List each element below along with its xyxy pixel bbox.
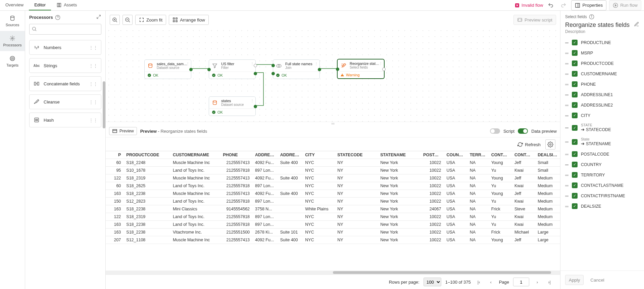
tab-editor[interactable]: Editor bbox=[29, 0, 51, 10]
field-row[interactable]: ═ ✓ CUSTOMERNAME bbox=[560, 69, 644, 79]
last-page-button[interactable]: ›| bbox=[545, 278, 553, 286]
properties-button[interactable]: Properties bbox=[571, 0, 606, 10]
drag-handle-icon[interactable]: ═ bbox=[565, 183, 568, 188]
drag-handle-icon[interactable]: ═ bbox=[565, 172, 568, 178]
flow-node[interactable]: Reorganize states f... Select fields War… bbox=[337, 59, 384, 79]
preview-chip[interactable]: Preview bbox=[109, 127, 137, 135]
drag-handle-icon[interactable]: ═ bbox=[565, 193, 568, 199]
field-checkbox[interactable]: ✓ bbox=[572, 162, 578, 167]
arrange-flow-button[interactable]: Arrange flow bbox=[169, 15, 209, 25]
info-icon[interactable] bbox=[589, 14, 594, 19]
drag-handle-icon[interactable]: ⋮⋮ bbox=[89, 63, 98, 68]
table-row[interactable]: 163S18_2238Muscle Machine Inc21255574134… bbox=[106, 190, 560, 198]
field-row[interactable]: ═ ✓ PHONE bbox=[560, 79, 644, 89]
redo-button[interactable] bbox=[558, 0, 568, 10]
field-checkbox[interactable]: ✓ bbox=[572, 203, 578, 209]
drag-handle-icon[interactable]: ═ bbox=[565, 162, 568, 167]
field-checkbox[interactable]: ✓ bbox=[572, 102, 578, 108]
field-checkbox[interactable]: ✓ bbox=[572, 139, 578, 145]
field-checkbox[interactable]: ✓ bbox=[572, 50, 578, 56]
column-header[interactable]: CUSTOMERNAME bbox=[170, 151, 220, 159]
column-header[interactable]: STATENAME bbox=[378, 151, 420, 159]
field-row[interactable]: ═ ✓ PRODUCTCODE bbox=[560, 58, 644, 69]
flow-canvas[interactable]: sales_data_sample Dataset source OK ⋮ US… bbox=[106, 28, 560, 122]
column-header[interactable]: CONTACTF bbox=[512, 151, 535, 159]
table-row[interactable]: 207S12_1108Muscle Machine Inc21255574134… bbox=[106, 236, 560, 244]
column-header[interactable]: PHONE bbox=[220, 151, 252, 159]
help-icon[interactable] bbox=[55, 15, 60, 20]
table-row[interactable]: 163S18_2238Mini Classics91455545623758 N… bbox=[106, 205, 560, 213]
field-checkbox[interactable]: ✓ bbox=[572, 193, 578, 199]
refresh-button[interactable]: Refresh bbox=[516, 139, 542, 150]
processor-item[interactable]: 123 Numbers ⋮⋮ bbox=[29, 40, 101, 55]
field-checkbox[interactable]: ✓ bbox=[572, 81, 578, 87]
column-header[interactable]: CONTACTL bbox=[489, 151, 512, 159]
tab-assets[interactable]: Assets bbox=[51, 0, 82, 10]
field-checkbox[interactable]: ✓ bbox=[572, 172, 578, 178]
node-menu-icon[interactable]: ⋮ bbox=[250, 99, 254, 103]
drag-handle-icon[interactable]: ═ bbox=[565, 71, 568, 77]
horizontal-scrollbar[interactable] bbox=[106, 271, 560, 275]
drag-handle-icon[interactable]: ═ bbox=[565, 152, 568, 157]
processor-search-input[interactable] bbox=[29, 24, 101, 35]
flow-node[interactable]: sales_data_sample Dataset source OK ⋮ bbox=[144, 59, 191, 79]
page-input[interactable] bbox=[513, 278, 529, 286]
field-row[interactable]: ═ ✓ STATE ➔ STATECODE bbox=[560, 121, 644, 135]
zoom-fit-button[interactable]: Zoom fit bbox=[135, 15, 166, 25]
table-row[interactable]: 163S18_2238Vitachrome Inc.21255515002678… bbox=[106, 229, 560, 236]
next-page-button[interactable]: › bbox=[533, 278, 541, 286]
field-row[interactable]: ═ ✓ CITY bbox=[560, 110, 644, 121]
table-row[interactable]: 122S18_2319Land of Toys Inc.212555781889… bbox=[106, 213, 560, 221]
tab-overview[interactable]: Overview bbox=[0, 0, 29, 10]
table-settings-button[interactable] bbox=[545, 139, 555, 150]
processor-item[interactable]: Cleanse ⋮⋮ bbox=[29, 94, 101, 109]
zoom-out-button[interactable] bbox=[122, 15, 133, 25]
column-header[interactable]: STATECODE bbox=[335, 151, 378, 159]
first-page-button[interactable]: |‹ bbox=[475, 278, 483, 286]
drag-handle-icon[interactable]: ═ bbox=[565, 92, 568, 97]
field-row[interactable]: ═ ✓ MSRP bbox=[560, 48, 644, 58]
processor-item[interactable]: Hash ⋮⋮ bbox=[29, 113, 101, 127]
prev-page-button[interactable]: ‹ bbox=[487, 278, 495, 286]
field-checkbox[interactable]: ✓ bbox=[572, 113, 578, 118]
column-header[interactable]: ADDRESSL bbox=[252, 151, 278, 159]
field-checkbox[interactable]: ✓ bbox=[572, 125, 578, 131]
column-header[interactable]: P bbox=[106, 151, 123, 159]
column-header[interactable]: DEALSIZE bbox=[535, 151, 560, 159]
drag-handle-icon[interactable]: ⋮⋮ bbox=[89, 81, 98, 86]
field-row[interactable]: ═ ✓ ADDRESSLINE2 bbox=[560, 100, 644, 110]
drag-handle-icon[interactable]: ⋮⋮ bbox=[89, 45, 98, 50]
drag-handle-icon[interactable]: ═ bbox=[565, 61, 568, 66]
zoom-in-button[interactable] bbox=[110, 15, 120, 25]
column-header[interactable]: POSTALCO bbox=[420, 151, 444, 159]
flow-node[interactable]: Full state names Join OK ⋮ bbox=[273, 59, 320, 79]
table-row[interactable]: 60S18_2625Land of Toys Inc.2125557818897… bbox=[106, 182, 560, 190]
script-toggle[interactable] bbox=[490, 128, 500, 134]
column-header[interactable]: PRODUCTCODE bbox=[123, 151, 170, 159]
field-row[interactable]: ═ ✓ ADDRESSLINE1 bbox=[560, 89, 644, 100]
rows-per-page-select[interactable]: 100 bbox=[424, 278, 441, 286]
rail-targets[interactable]: Targets bbox=[0, 51, 25, 71]
drag-handle-icon[interactable]: ═ bbox=[565, 50, 568, 56]
drag-handle-icon[interactable]: ═ bbox=[565, 125, 568, 130]
field-checkbox[interactable]: ✓ bbox=[572, 71, 578, 77]
edit-title-icon[interactable] bbox=[634, 22, 639, 29]
drag-handle-icon[interactable]: ═ bbox=[565, 139, 568, 144]
column-header[interactable]: CITY bbox=[302, 151, 335, 159]
column-header[interactable]: ADDRESSL bbox=[278, 151, 303, 159]
column-header[interactable]: COUNTRY bbox=[444, 151, 467, 159]
field-row[interactable]: ═ ✓ DEALSIZE bbox=[560, 201, 644, 211]
node-menu-icon[interactable]: ⋮ bbox=[314, 62, 318, 66]
preview-table-wrapper[interactable]: PPRODUCTCODECUSTOMERNAMEPHONEADDRESSLADD… bbox=[106, 151, 560, 271]
drag-handle-icon[interactable]: ⋮⋮ bbox=[89, 118, 98, 123]
undo-button[interactable] bbox=[546, 0, 556, 10]
field-row[interactable]: ═ ✓ State ➔ STATENAME bbox=[560, 135, 644, 149]
field-checkbox[interactable]: ✓ bbox=[572, 60, 578, 66]
table-row[interactable]: 163S18_2238Land of Toys Inc.212555781889… bbox=[106, 221, 560, 229]
field-checkbox[interactable]: ✓ bbox=[572, 151, 578, 157]
field-checkbox[interactable]: ✓ bbox=[572, 40, 578, 45]
field-row[interactable]: ═ ✓ COUNTRY bbox=[560, 159, 644, 170]
drag-handle-icon[interactable]: ⋮⋮ bbox=[89, 99, 98, 105]
field-row[interactable]: ═ ✓ POSTALCODE bbox=[560, 149, 644, 159]
table-row[interactable]: 60S18_2248Muscle Machine Inc212555741340… bbox=[106, 159, 560, 167]
